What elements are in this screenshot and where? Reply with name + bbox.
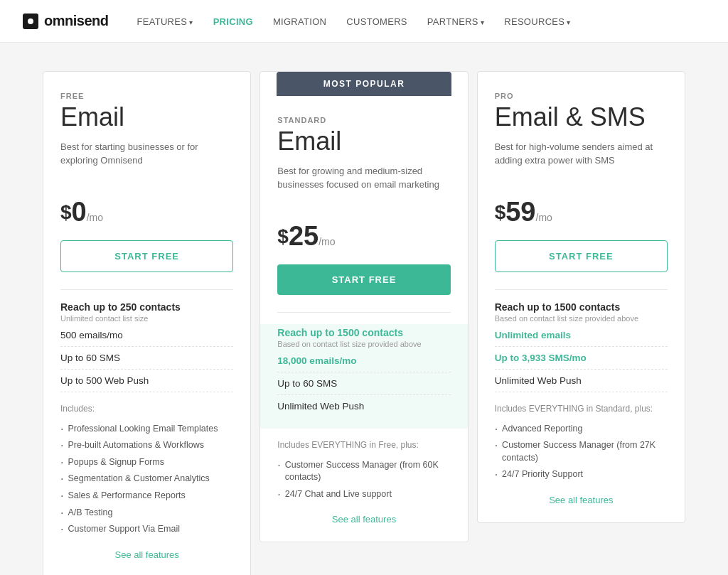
plans-container: FREE Email Best for starting businesses … [43, 71, 685, 575]
feature-list-standard: Customer Success Manager (from 60K conta… [277, 457, 450, 503]
price-value-standard: 25 [289, 221, 318, 251]
price-value-pro: 59 [505, 197, 535, 227]
feature-pro-1: Customer Success Manager (from 27K conta… [495, 437, 668, 466]
nav-link-partners[interactable]: PARTNERS [427, 16, 484, 27]
nav-link-features[interactable]: FEATURES [136, 16, 193, 27]
currency-standard: $ [277, 225, 289, 248]
feature-list-free: Professional Looking Email Templates Pre… [60, 421, 233, 538]
contacts-line-standard: Reach up to 1500 contacts [277, 327, 450, 338]
nav-item-features[interactable]: FEATURES [136, 15, 193, 28]
contacts-sub-standard: Based on contact list size provided abov… [277, 340, 450, 348]
plan-card-standard: MOST POPULAR STANDARD Email Best for gro… [259, 71, 468, 542]
nav-item-partners[interactable]: PARTNERS [427, 15, 484, 28]
highlight-section-standard: Reach up to 1500 contacts Based on conta… [260, 324, 467, 429]
nav-link-pricing[interactable]: PRICING [213, 16, 253, 27]
feature-free-1: Pre-built Automations & Workflows [60, 437, 233, 454]
plan-card-free: FREE Email Best for starting businesses … [43, 71, 251, 575]
feature-free-5: A/B Testing [60, 505, 233, 522]
feature-free-0: Professional Looking Email Templates [60, 421, 233, 438]
feature-pro-2: 24/7 Priority Support [495, 466, 668, 483]
plan-price-pro: $59/mo [495, 197, 668, 227]
contacts-line-free: Reach up to 250 contacts [60, 301, 233, 313]
standard-inner: STANDARD Email Best for growing and medi… [277, 96, 450, 525]
feature-standard-0: Customer Success Manager (from 60K conta… [277, 457, 450, 486]
webpush-line-pro: Unlimited Web Push [495, 375, 668, 392]
feature-list-pro: Advanced Reporting Customer Success Mana… [495, 421, 668, 483]
divider-pro [495, 289, 668, 290]
contacts-line-pro: Reach up to 1500 contacts [495, 301, 668, 313]
logo-text: omnisend [44, 13, 108, 29]
nav-item-customers[interactable]: CUSTOMERS [346, 15, 407, 28]
period-free: /mo [87, 212, 103, 223]
see-all-standard[interactable]: See all features [277, 514, 450, 525]
currency-free: $ [60, 201, 72, 224]
includes-label-pro: Includes EVERYTHING in Standard, plus: [495, 404, 668, 414]
see-all-pro[interactable]: See all features [495, 495, 668, 505]
nav-item-resources[interactable]: RESOURCES [504, 15, 570, 28]
emails-line-free: 500 emails/mo [60, 330, 233, 347]
sms-line-free: Up to 60 SMS [60, 353, 233, 370]
emails-line-pro: Unlimited emails [495, 330, 668, 347]
includes-label-standard: Includes EVERYTHING in Free, plus: [277, 440, 450, 450]
nav-links: FEATURES PRICING MIGRATION CUSTOMERS PAR… [136, 15, 570, 28]
plan-tier-pro: PRO [495, 92, 668, 100]
navbar: omnisend FEATURES PRICING MIGRATION CUST… [0, 0, 728, 43]
plan-tier-free: FREE [60, 92, 233, 100]
emails-line-standard: 18,000 emails/mo [277, 355, 450, 372]
contacts-sub-free: Unlimited contact list size [60, 314, 233, 323]
period-standard: /mo [318, 236, 335, 247]
plan-name-free: Email [60, 103, 233, 131]
plan-desc-pro: Best for high-volume senders aimed at ad… [495, 140, 668, 183]
plan-desc-free: Best for starting businesses or for expl… [60, 140, 233, 183]
divider-free [60, 289, 233, 290]
plan-name-pro: Email & SMS [495, 103, 668, 131]
cta-button-pro[interactable]: sTART FREE [495, 240, 668, 272]
contacts-sub-pro: Based on contact list size provided abov… [495, 314, 668, 323]
feature-free-2: Popups & Signup Forms [60, 454, 233, 471]
currency-pro: $ [495, 201, 506, 224]
period-pro: /mo [536, 212, 552, 223]
cta-button-free[interactable]: sTaRT FREE [60, 240, 233, 272]
plan-price-free: $0/mo [60, 197, 233, 227]
sms-line-pro: Up to 3,933 SMS/mo [495, 353, 668, 370]
price-value-free: 0 [72, 197, 87, 227]
plan-card-pro: PRO Email & SMS Best for high-volume sen… [477, 71, 685, 523]
see-all-free[interactable]: See all features [60, 549, 233, 560]
pricing-section: FREE Email Best for starting businesses … [0, 43, 728, 575]
logo[interactable]: omnisend [23, 13, 108, 29]
feature-free-3: Segmentation & Customer Analytics [60, 471, 233, 488]
plan-name-standard: Email [277, 127, 450, 156]
nav-link-customers[interactable]: CUSTOMERS [346, 16, 407, 27]
feature-standard-1: 24/7 Chat and Live support [277, 486, 450, 503]
feature-free-6: Customer Support Via Email [60, 521, 233, 538]
webpush-line-free: Up to 500 Web Push [60, 375, 233, 392]
sms-line-standard: Up to 60 SMS [277, 378, 450, 395]
cta-button-standard[interactable]: STarT FREE [277, 264, 450, 295]
webpush-line-standard: Unlimited Web Push [277, 401, 450, 417]
nav-item-pricing[interactable]: PRICING [213, 15, 253, 28]
nav-link-resources[interactable]: RESOURCES [504, 16, 570, 27]
plan-tier-standard: STANDARD [277, 116, 450, 124]
most-popular-banner: MOST POPULAR [277, 72, 451, 96]
divider-standard [277, 312, 450, 313]
feature-free-4: Sales & Performance Reports [60, 488, 233, 505]
logo-icon [23, 14, 38, 29]
plan-desc-standard: Best for growing and medium-sized busine… [277, 164, 450, 207]
nav-link-migration[interactable]: MIGRATION [273, 16, 326, 27]
includes-label-free: Includes: [60, 404, 233, 414]
plan-price-standard: $25/mo [277, 221, 450, 252]
nav-item-migration[interactable]: MIGRATION [273, 15, 326, 28]
feature-pro-0: Advanced Reporting [495, 421, 668, 438]
